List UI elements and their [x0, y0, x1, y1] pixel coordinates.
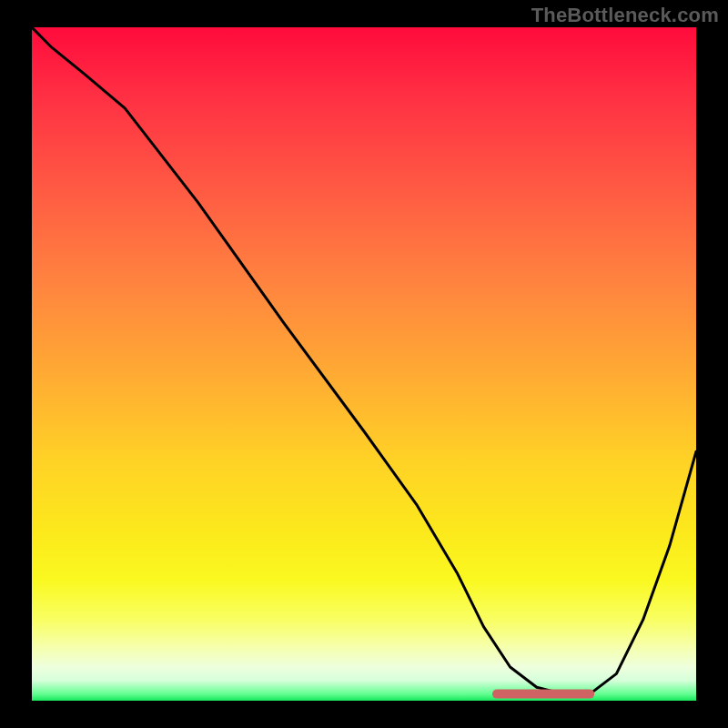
flat-segment: [32, 27, 696, 701]
chart-frame: TheBottleneck.com: [0, 0, 728, 728]
plot-area: [32, 27, 696, 701]
watermark-text: TheBottleneck.com: [531, 4, 719, 27]
